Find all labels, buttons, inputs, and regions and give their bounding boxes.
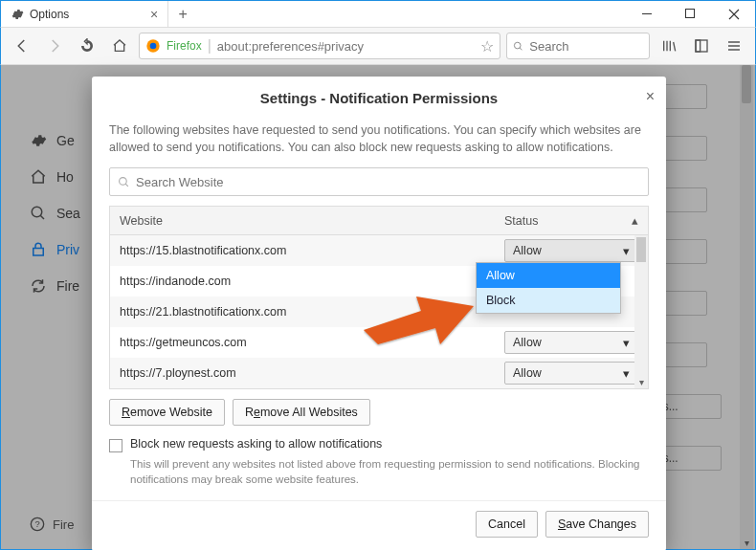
sidebar-button[interactable]: [688, 33, 715, 59]
back-button[interactable]: [9, 33, 35, 59]
column-website[interactable]: Website: [110, 214, 495, 228]
scroll-thumb[interactable]: [636, 237, 646, 262]
close-window-button[interactable]: [712, 1, 755, 27]
svg-rect-6: [696, 40, 700, 52]
remove-all-websites-button[interactable]: Remove All Websites: [233, 399, 370, 426]
status-dropdown[interactable]: Allow▾: [504, 362, 638, 385]
table-row[interactable]: https://7.ploynest.com Allow▾: [110, 358, 648, 388]
permissions-table: Website Status ▴ https://15.blastnotific…: [109, 206, 649, 389]
search-icon: [118, 176, 130, 188]
firefox-icon: [145, 38, 161, 54]
home-button[interactable]: [106, 33, 133, 59]
window-controls: [626, 1, 755, 27]
bookmark-star-icon[interactable]: ☆: [480, 37, 494, 55]
search-website-field[interactable]: [109, 167, 649, 196]
table-header: Website Status ▴: [110, 207, 648, 235]
block-new-requests-label: Block new requests asking to allow notif…: [130, 437, 382, 451]
gear-icon: [11, 8, 24, 21]
reload-button[interactable]: [74, 33, 100, 59]
forward-button[interactable]: [41, 33, 68, 59]
url-text: about:preferences#privacy: [217, 39, 475, 54]
maximize-button[interactable]: [669, 1, 712, 27]
new-tab-button[interactable]: +: [168, 1, 197, 27]
dropdown-option-block[interactable]: Block: [477, 288, 620, 313]
identity-label: Firefox: [167, 39, 202, 53]
browser-toolbar: Firefox | about:preferences#privacy ☆: [0, 27, 756, 65]
sort-arrow-icon: ▴: [632, 213, 638, 228]
svg-point-11: [120, 177, 127, 185]
address-bar[interactable]: Firefox | about:preferences#privacy ☆: [139, 33, 500, 59]
library-button[interactable]: [656, 33, 682, 59]
chevron-down-icon: ▾: [623, 366, 630, 381]
scroll-down-icon[interactable]: ▾: [634, 375, 648, 388]
window-titlebar: Options × +: [0, 0, 756, 27]
cancel-button[interactable]: Cancel: [476, 511, 538, 538]
menu-button[interactable]: [721, 33, 747, 59]
search-website-input[interactable]: [136, 175, 640, 189]
svg-point-4: [514, 42, 521, 49]
status-dropdown[interactable]: Allow▾: [504, 331, 638, 354]
browser-tab[interactable]: Options ×: [1, 1, 168, 27]
close-dialog-button[interactable]: ×: [646, 88, 655, 105]
minimize-button[interactable]: [626, 1, 669, 27]
search-input[interactable]: [529, 39, 643, 54]
search-icon: [513, 40, 523, 53]
dropdown-option-allow[interactable]: Allow: [477, 263, 620, 288]
dialog-title: Settings - Notification Permissions: [92, 90, 666, 106]
remove-website-button[interactable]: Remove Website: [109, 399, 225, 426]
svg-rect-0: [642, 13, 652, 14]
column-status[interactable]: Status ▴: [495, 213, 648, 228]
status-dropdown[interactable]: Allow▾: [504, 239, 638, 262]
dialog-description: The following websites have requested to…: [92, 116, 666, 167]
svg-rect-1: [686, 10, 695, 18]
table-row[interactable]: https://getmeuncos.com Allow▾: [110, 327, 648, 358]
search-bar[interactable]: [506, 33, 650, 59]
status-dropdown-menu: Allow Block: [476, 262, 621, 314]
notification-permissions-dialog: Settings - Notification Permissions × Th…: [92, 77, 666, 550]
svg-rect-5: [696, 40, 707, 52]
modal-overlay: Settings - Notification Permissions × Th…: [1, 65, 755, 549]
svg-point-3: [150, 43, 157, 50]
tab-title: Options: [30, 8, 145, 21]
save-changes-button[interactable]: Save Changes: [545, 511, 649, 538]
chevron-down-icon: ▾: [623, 336, 630, 350]
close-tab-icon[interactable]: ×: [150, 7, 158, 22]
chevron-down-icon: ▾: [623, 244, 630, 258]
table-scrollbar[interactable]: ▴ ▾: [634, 235, 648, 388]
block-new-requests-description: This will prevent any websites not liste…: [92, 454, 666, 493]
block-new-requests-checkbox[interactable]: [109, 439, 122, 452]
